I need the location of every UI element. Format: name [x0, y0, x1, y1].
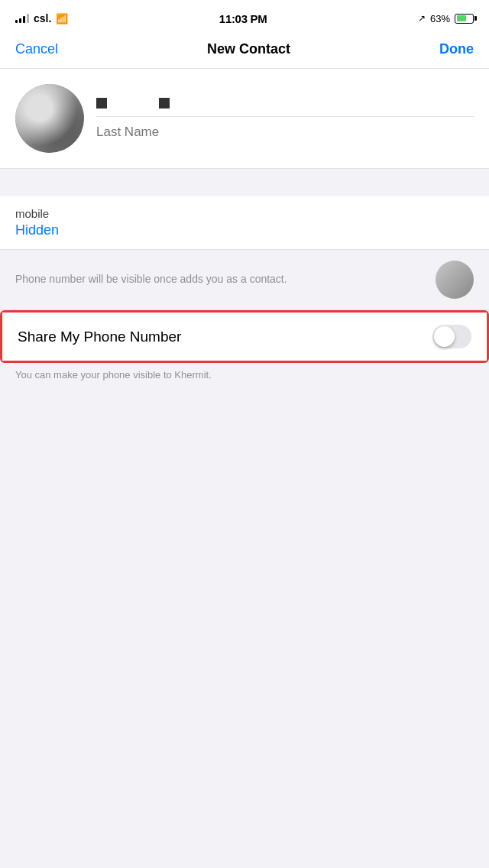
- rest-of-page: [0, 396, 489, 663]
- wifi-icon: 📶: [56, 13, 68, 24]
- toggle-knob: [434, 326, 455, 347]
- battery-icon: [455, 14, 474, 24]
- phone-section: mobile Hidden: [0, 196, 489, 250]
- info-avatar-placeholder: [436, 261, 474, 299]
- signal-icon: [15, 14, 29, 23]
- section-separator: [0, 169, 489, 196]
- share-phone-label: Share My Phone Number: [18, 329, 181, 345]
- first-name-pixel-1: [96, 98, 107, 108]
- contact-section: [0, 69, 489, 169]
- name-fields: [96, 98, 474, 140]
- share-phone-toggle-row: Share My Phone Number: [2, 313, 487, 361]
- status-bar: csl. 📶 11:03 PM ↗ 63%: [0, 0, 489, 34]
- first-name-pixel-2: [159, 98, 170, 108]
- share-phone-toggle-wrapper: Share My Phone Number: [0, 310, 489, 363]
- info-text: Phone number will be visible once adds y…: [15, 272, 426, 287]
- avatar[interactable]: [15, 84, 84, 153]
- status-left: csl. 📶: [15, 12, 68, 24]
- status-right: ↗ 63%: [418, 13, 474, 24]
- status-time: 11:03 PM: [219, 12, 267, 25]
- done-button[interactable]: Done: [439, 41, 474, 57]
- last-name-input[interactable]: [96, 125, 474, 140]
- info-box: Phone number will be visible once adds y…: [0, 250, 489, 310]
- nav-bar: Cancel New Contact Done: [0, 34, 489, 69]
- location-icon: ↗: [418, 13, 426, 24]
- phone-value: Hidden: [15, 222, 474, 238]
- first-name-row: [96, 98, 474, 117]
- page-title: New Contact: [207, 41, 290, 57]
- toggle-caption: You can make your phone visible to Kherm…: [0, 363, 489, 396]
- carrier-label: csl.: [34, 12, 51, 24]
- battery-percent: 63%: [430, 13, 450, 24]
- cancel-button[interactable]: Cancel: [15, 41, 58, 57]
- share-phone-toggle[interactable]: [432, 325, 471, 348]
- phone-label: mobile: [15, 207, 474, 220]
